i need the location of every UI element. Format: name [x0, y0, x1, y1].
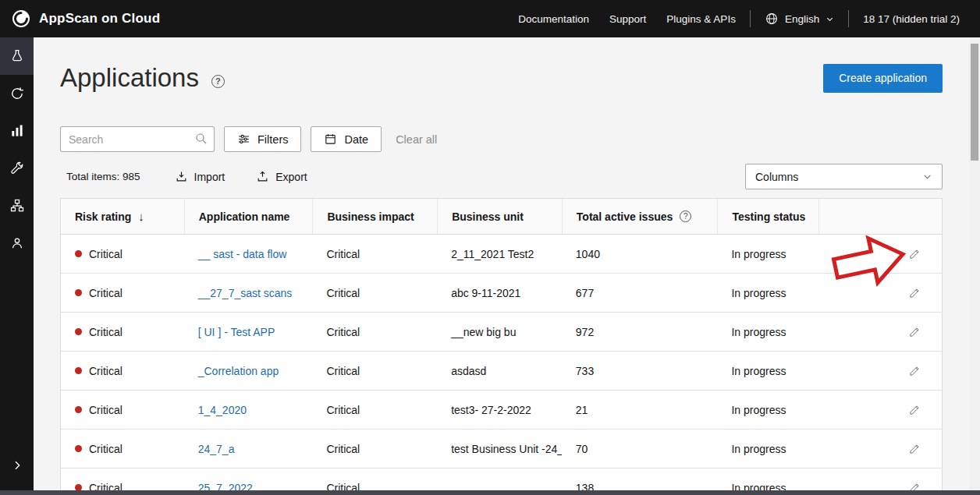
chevron-down-icon	[826, 15, 834, 23]
status-cell: In progress	[717, 443, 818, 455]
edit-pencil-icon[interactable]	[908, 364, 921, 377]
issues-cell: 733	[562, 365, 718, 377]
business-impact-cell: Critical	[312, 248, 437, 260]
account-label[interactable]: 18 17 (hidden trial 2)	[863, 13, 960, 25]
scrollbar-thumb[interactable]	[971, 44, 978, 161]
table-row: Critical [ UI ] - Test APP Critical __ne…	[61, 313, 942, 352]
filters-button[interactable]: Filters	[224, 126, 301, 152]
divider	[750, 10, 751, 27]
applications-icon	[9, 48, 25, 64]
business-unit-cell: 2_11_2021 Test2	[437, 248, 562, 260]
risk-label: Critical	[89, 248, 123, 260]
main-content: Applications ? Create application Filter…	[34, 37, 980, 495]
business-unit-cell: __new big bu	[437, 326, 562, 338]
sidebar	[0, 37, 34, 495]
applications-table: Risk rating ↓ Application name Business …	[60, 198, 943, 495]
issues-help-icon[interactable]: ?	[680, 210, 691, 222]
business-unit-cell: abc 9-11-2021	[437, 287, 562, 299]
business-impact-cell: Critical	[312, 326, 437, 338]
critical-dot-icon	[75, 367, 82, 374]
table-header-row: Risk rating ↓ Application name Business …	[61, 199, 942, 235]
search-box	[60, 126, 215, 152]
filters-label: Filters	[257, 133, 288, 146]
table-row: Critical 24_7_a Critical test Business U…	[61, 430, 942, 468]
edit-pencil-icon[interactable]	[908, 286, 921, 299]
critical-dot-icon	[75, 406, 82, 413]
sort-descending-icon[interactable]: ↓	[138, 210, 144, 223]
edit-pencil-icon[interactable]	[908, 442, 921, 455]
header-label: Application name	[199, 210, 290, 223]
risk-rating-cell: Critical	[61, 404, 184, 416]
risk-label: Critical	[89, 287, 123, 299]
header-business-unit[interactable]: Business unit	[437, 199, 562, 234]
import-button[interactable]: Import	[175, 170, 225, 183]
sidebar-item-scans[interactable]	[0, 75, 34, 112]
wrench-icon	[9, 161, 25, 176]
business-unit-cell: test Business Unit -24_	[437, 443, 562, 455]
business-impact-cell: Critical	[312, 443, 437, 455]
bar-chart-icon	[9, 123, 25, 139]
risk-label: Critical	[89, 326, 123, 338]
header-label: Business impact	[327, 210, 414, 223]
header-label: Total active issues	[577, 210, 673, 223]
chevron-down-icon	[922, 171, 932, 182]
status-cell: In progress	[717, 287, 818, 299]
header-testing-status[interactable]: Testing status	[717, 199, 818, 234]
sidebar-item-applications[interactable]	[0, 37, 34, 75]
business-impact-cell: Critical	[312, 365, 437, 377]
create-application-button[interactable]: Create application	[823, 64, 943, 93]
header-label: Risk rating	[75, 210, 131, 223]
critical-dot-icon	[75, 328, 82, 335]
nav-support[interactable]: Support	[609, 13, 646, 25]
export-icon	[256, 170, 269, 183]
window-bottom-edge	[0, 490, 980, 495]
header-total-active-issues[interactable]: Total active issues ?	[562, 199, 718, 234]
export-button[interactable]: Export	[256, 170, 307, 183]
application-link[interactable]: __ sast - data flow	[198, 248, 287, 260]
brand[interactable]: AppScan on Cloud	[0, 9, 160, 29]
risk-label: Critical	[89, 365, 123, 377]
sidebar-item-fix-tools[interactable]	[0, 150, 34, 187]
header-business-impact[interactable]: Business impact	[312, 199, 437, 234]
page-help-icon[interactable]: ?	[211, 75, 225, 88]
import-icon	[175, 170, 188, 183]
risk-rating-cell: Critical	[61, 326, 184, 338]
columns-label: Columns	[755, 171, 798, 183]
calendar-icon	[324, 133, 337, 146]
sitemap-icon	[9, 198, 25, 214]
application-link[interactable]: 24_7_a	[198, 443, 235, 455]
edit-pencil-icon[interactable]	[908, 247, 921, 260]
clear-all-button[interactable]: Clear all	[396, 133, 437, 146]
status-cell: In progress	[717, 248, 818, 260]
sidebar-item-users[interactable]	[0, 225, 34, 262]
application-link[interactable]: _Correlation app	[198, 365, 279, 377]
issues-cell: 1040	[562, 248, 718, 260]
export-label: Export	[275, 171, 307, 183]
header-label: Testing status	[732, 210, 805, 223]
issues-cell: 972	[562, 326, 718, 338]
vertical-scrollbar[interactable]	[969, 37, 980, 495]
nav-plugins-apis[interactable]: Plugins & APIs	[666, 13, 736, 25]
columns-dropdown[interactable]: Columns	[745, 164, 943, 189]
edit-pencil-icon[interactable]	[908, 403, 921, 416]
application-link[interactable]: __27_7_sast scans	[198, 287, 293, 299]
application-link[interactable]: 1_4_2020	[198, 404, 247, 416]
edit-pencil-icon[interactable]	[908, 325, 921, 338]
risk-rating-cell: Critical	[61, 287, 184, 299]
header-application-name[interactable]: Application name	[184, 199, 313, 234]
table-row: Critical 1_4_2020 Critical test3- 27-2-2…	[61, 391, 942, 430]
sidebar-item-organization[interactable]	[0, 187, 34, 225]
sidebar-item-reports[interactable]	[0, 112, 34, 150]
date-button[interactable]: Date	[311, 126, 382, 152]
risk-label: Critical	[89, 404, 123, 416]
header-risk-rating[interactable]: Risk rating ↓	[61, 199, 184, 234]
header-actions	[818, 199, 942, 234]
filter-sliders-icon	[237, 133, 250, 146]
language-selector[interactable]: English	[765, 12, 834, 26]
globe-icon	[765, 12, 779, 26]
nav-documentation[interactable]: Documentation	[518, 13, 589, 25]
application-link[interactable]: [ UI ] - Test APP	[198, 326, 275, 338]
risk-rating-cell: Critical	[61, 443, 184, 455]
sidebar-expand-button[interactable]	[0, 447, 34, 484]
search-input[interactable]	[60, 126, 215, 152]
